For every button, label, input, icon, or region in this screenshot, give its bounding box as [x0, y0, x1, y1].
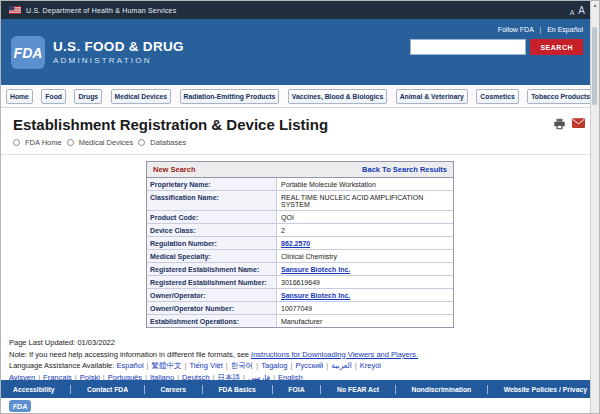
field-label: Owner/Operator Number: — [147, 302, 277, 314]
pipe-separator: | — [226, 361, 228, 370]
fda-logo[interactable]: FDA — [11, 36, 45, 69]
field-label: Classification Name: — [147, 191, 277, 210]
nav-tab[interactable]: Animal & Veterinary — [396, 89, 468, 104]
back-to-results-link[interactable]: Back To Search Results — [362, 165, 447, 174]
detail-row: Owner/Operator:Sansure Biotech Inc. — [147, 289, 453, 302]
field-label: Product Code: — [147, 211, 277, 223]
nav-tab[interactable]: Cosmetics — [476, 89, 518, 104]
field-label: Medical Specialty: — [147, 250, 277, 262]
main-navigation: HomeFoodDrugsMedical DevicesRadiation-Em… — [1, 85, 599, 108]
email-icon[interactable] — [572, 118, 585, 130]
page-actions — [553, 118, 585, 130]
device-detail-table: Proprietary Name:Portable Molecule Works… — [147, 178, 453, 327]
pipe-separator: | — [256, 361, 258, 370]
footer-link[interactable]: Nondiscrimination — [412, 386, 472, 393]
language-link[interactable]: 繁體中文 — [152, 361, 182, 370]
agency-name: U.S. FOOD & DRUG ADMINISTRATION — [53, 39, 184, 65]
field-value: REAL TIME NUCLEIC ACID AMPLIFICATION SYS… — [277, 191, 453, 210]
language-link[interactable]: Español — [116, 361, 143, 370]
detail-row: Classification Name:REAL TIME NUCLEIC AC… — [147, 191, 453, 211]
field-value: 2 — [277, 224, 453, 236]
follow-fda-link[interactable]: Follow FDA — [498, 26, 534, 33]
field-value: Portable Molecule Workstation — [277, 178, 453, 190]
field-value-link[interactable]: 862.2570 — [277, 237, 453, 249]
nav-tab[interactable]: Home — [6, 89, 33, 104]
field-value: Clinical Chemistry — [277, 250, 453, 262]
field-value-link[interactable]: Sansure Biotech Inc. — [277, 289, 453, 301]
footer-link[interactable]: FOIA — [288, 386, 304, 393]
language-link[interactable]: Tagalog — [261, 361, 287, 370]
language-link[interactable]: Русский — [295, 361, 323, 370]
footer-divider — [70, 385, 71, 394]
detail-row: Owner/Operator Number:10077049 — [147, 302, 453, 315]
footer-link[interactable]: Contact FDA — [87, 386, 128, 393]
agency-name-line2: ADMINISTRATION — [53, 56, 184, 65]
field-label: Registered Establishment Name: — [147, 263, 277, 275]
scrollbar-thumb[interactable] — [592, 27, 597, 105]
pipe-separator: | — [185, 361, 187, 370]
detail-row: Product Code:QOI — [147, 211, 453, 224]
en-espanol-link[interactable]: En Español — [547, 26, 583, 33]
nav-tab[interactable]: Food — [41, 89, 66, 104]
language-label: Language Assistance Available: — [9, 361, 116, 370]
nav-tab[interactable]: Medical Devices — [111, 89, 172, 104]
nav-tab[interactable]: Drugs — [74, 89, 102, 104]
header-divider: | — [539, 26, 541, 33]
search-input[interactable] — [410, 39, 526, 55]
nav-tab[interactable]: Vaccines, Blood & Biologics — [288, 89, 387, 104]
print-icon[interactable] — [553, 118, 566, 130]
footer-link[interactable]: Website Policies / Privacy — [504, 386, 587, 393]
language-link[interactable]: 한국어 — [231, 361, 254, 370]
field-value-link[interactable]: Sansure Biotech Inc. — [277, 263, 453, 275]
text-size-large-button[interactable]: A — [578, 5, 585, 16]
search-button[interactable]: SEARCH — [530, 39, 583, 55]
footer-divider — [487, 385, 488, 394]
breadcrumb: FDA HomeMedical DevicesDatabases — [1, 135, 599, 155]
text-size-controls: A A — [570, 5, 585, 16]
detail-row: Device Class:2 — [147, 224, 453, 237]
text-size-small-button[interactable]: A — [570, 9, 575, 16]
department-label[interactable]: U.S. Department of Health & Human Servic… — [26, 7, 176, 14]
fda-header: FDA U.S. FOOD & DRUG ADMINISTRATION Foll… — [1, 19, 599, 85]
detail-row: Registered Establishment Number:30166196… — [147, 276, 453, 289]
breadcrumb-link[interactable]: Databases — [150, 138, 186, 147]
circle-separator — [13, 139, 20, 146]
agency-name-line1: U.S. FOOD & DRUG — [53, 39, 184, 54]
field-value: 3016619649 — [277, 276, 453, 288]
footer-divider — [395, 385, 396, 394]
footer-link[interactable]: Accessibility — [13, 386, 55, 393]
page-footer-text: Page Last Updated: 01/03/2022 Note: If y… — [1, 328, 599, 384]
pipe-separator: | — [355, 361, 357, 370]
footer-link[interactable]: FDA Basics — [218, 386, 256, 393]
viewers-players-link[interactable]: Instructions for Downloading Viewers and… — [251, 350, 418, 359]
circle-separator — [138, 139, 145, 146]
footer-link[interactable]: Careers — [161, 386, 186, 393]
footer-fda-logo[interactable]: FDA — [9, 400, 31, 412]
footer-link[interactable]: No FEAR Act — [337, 386, 379, 393]
field-value: Manufacturer — [277, 315, 453, 327]
results-area: New Search Back To Search Results Propri… — [1, 155, 599, 328]
field-value: QOI — [277, 211, 453, 223]
site-footer-bar: AccessibilityContact FDACareersFDA Basic… — [1, 380, 599, 398]
footer-divider — [202, 385, 203, 394]
language-link[interactable]: Tiếng Việt — [189, 361, 222, 370]
breadcrumb-link[interactable]: FDA Home — [25, 138, 62, 147]
header-links: Follow FDA | En Español — [410, 26, 583, 33]
pipe-separator: | — [291, 361, 293, 370]
field-label: Owner/Operator: — [147, 289, 277, 301]
breadcrumb-link[interactable]: Medical Devices — [79, 138, 134, 147]
note-text: Note: If you need help accessing informa… — [9, 350, 251, 359]
field-label: Device Class: — [147, 224, 277, 236]
nav-tab[interactable]: Tobacco Products — [527, 89, 594, 104]
new-search-link[interactable]: New Search — [153, 165, 196, 174]
nav-tab[interactable]: Radiation-Emitting Products — [180, 89, 280, 104]
circle-separator — [67, 139, 74, 146]
scrollbar-track[interactable]: ▲ — [590, 1, 599, 413]
scroll-up-arrow[interactable]: ▲ — [591, 1, 599, 9]
site-search: SEARCH — [410, 39, 583, 55]
language-link[interactable]: العربية — [331, 361, 352, 370]
detail-row: Registered Establishment Name:Sansure Bi… — [147, 263, 453, 276]
pipe-separator: | — [326, 361, 328, 370]
footer-divider — [272, 385, 273, 394]
browser-page: U.S. Department of Health & Human Servic… — [0, 0, 600, 414]
